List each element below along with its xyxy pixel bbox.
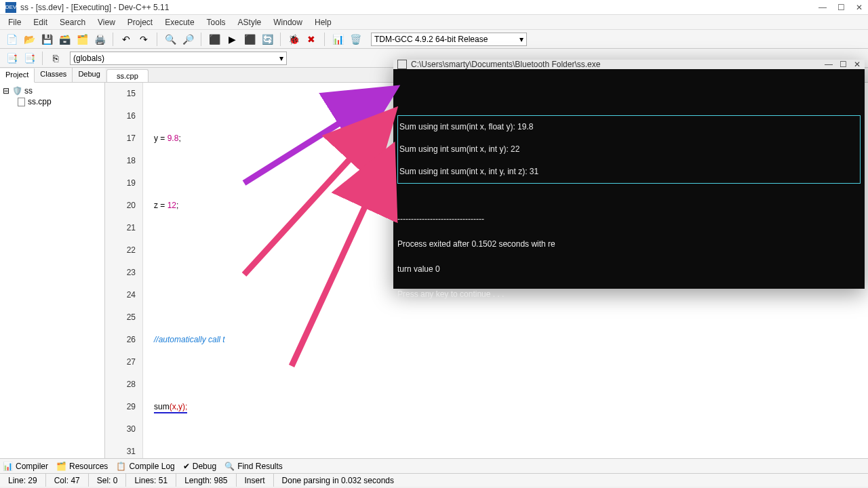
compiler-select[interactable]: TDM-GCC 4.9.2 64-bit Release ▾	[371, 33, 527, 46]
stop-icon[interactable]: ✖	[304, 32, 319, 47]
side-tabs: Project Classes Debug	[0, 68, 104, 83]
menu-file[interactable]: File	[3, 16, 26, 28]
tab-find-results[interactable]: 🔍 Find Results	[224, 462, 283, 471]
console-highlighted-output: Sum using int sum(int x, float y): 19.8 …	[397, 115, 861, 184]
code-call: sum	[154, 402, 170, 411]
line-gutter: 1516171819202122232425262728293031	[105, 83, 143, 458]
menu-view[interactable]: View	[92, 16, 121, 28]
toggle-bookmark-icon[interactable]: 📑	[22, 51, 37, 66]
tab-project[interactable]: Project	[0, 68, 35, 83]
code-number: 9.8	[167, 134, 179, 143]
main-titlebar: DEV ss - [ss.dev] - [Executing] - Dev-C+…	[0, 0, 868, 15]
tree-file-item[interactable]: ss.cpp	[3, 96, 102, 107]
status-length: Length: 985	[176, 474, 236, 487]
code-args: (x,y);	[170, 402, 188, 411]
console-app-icon	[397, 60, 407, 69]
side-panel: Project Classes Debug ⊟ 🛡️ ss ss.cpp	[0, 68, 105, 458]
tree-collapse-icon[interactable]: ⊟	[3, 86, 9, 96]
delete-profile-icon[interactable]: 🗑️	[348, 32, 363, 47]
separator	[157, 33, 157, 46]
code-punct: ;	[176, 201, 178, 210]
debug-icon[interactable]: 🐞	[286, 32, 301, 47]
menu-edit[interactable]: Edit	[28, 16, 53, 28]
tree-file-label: ss.cpp	[28, 97, 52, 106]
status-line: Line: 29	[0, 474, 46, 487]
menubar: File Edit Search View Project Execute To…	[0, 15, 868, 30]
print-icon[interactable]: 🖨️	[92, 32, 107, 47]
status-lines: Lines: 51	[126, 474, 176, 487]
replace-icon[interactable]: 🔎	[180, 32, 195, 47]
console-window[interactable]: C:\Users\smarty\Documents\Bluetooth Fold…	[393, 60, 865, 289]
file-icon	[18, 98, 25, 106]
menu-window[interactable]: Window	[268, 16, 308, 28]
code-punct: ;	[178, 134, 180, 143]
console-maximize-icon[interactable]: ☐	[840, 60, 847, 69]
status-insert: Insert	[237, 474, 274, 487]
maximize-icon[interactable]: ☐	[837, 3, 845, 12]
editor-tab-active[interactable]: ss.cpp	[106, 69, 149, 82]
minimize-icon[interactable]: —	[818, 3, 827, 12]
tab-compile-log[interactable]: 📋 Compile Log	[116, 462, 174, 471]
app-icon: DEV	[5, 2, 16, 13]
console-title-text: C:\Users\smarty\Documents\Bluetooth Fold…	[411, 60, 825, 69]
separator	[201, 33, 201, 46]
compiler-select-label: TDM-GCC 4.9.2 64-bit Release	[374, 35, 488, 44]
new-file-icon[interactable]: 📄	[4, 32, 19, 47]
find-icon[interactable]: 🔍	[163, 32, 178, 47]
tab-debug[interactable]: Debug	[73, 68, 106, 82]
menu-astyle[interactable]: AStyle	[233, 16, 267, 28]
chevron-down-icon: ▾	[279, 54, 283, 63]
menu-tools[interactable]: Tools	[201, 16, 231, 28]
window-title: ss - [ss.dev] - [Executing] - Dev-C++ 5.…	[20, 3, 818, 12]
console-titlebar[interactable]: C:\Users\smarty\Documents\Bluetooth Fold…	[393, 60, 865, 69]
status-message: Done parsing in 0.032 seconds	[274, 474, 868, 487]
code-number: 12	[167, 201, 176, 210]
console-minimize-icon[interactable]: —	[825, 60, 833, 69]
project-icon: 🛡️	[12, 86, 22, 96]
tab-compiler[interactable]: 📊 Compiler	[3, 462, 48, 471]
tree-root[interactable]: ⊟ 🛡️ ss	[3, 85, 102, 96]
code-comment: //automatically call t	[154, 335, 225, 344]
menu-help[interactable]: Help	[309, 16, 337, 28]
chevron-down-icon: ▾	[519, 35, 524, 44]
separator	[280, 33, 281, 46]
run-icon[interactable]: ▶	[224, 32, 239, 47]
globals-select-label: (globals)	[73, 54, 104, 63]
close-icon[interactable]: ✕	[856, 3, 863, 12]
open-icon[interactable]: 📂	[22, 32, 37, 47]
console-window-controls: — ☐ ✕	[825, 60, 861, 69]
project-tree: ⊟ 🛡️ ss ss.cpp	[0, 83, 104, 110]
console-output[interactable]: Sum using int sum(int x, float y): 19.8 …	[393, 69, 865, 307]
tab-resources[interactable]: 🗂️ Resources	[56, 462, 108, 471]
code-text: z =	[154, 201, 167, 210]
menu-search[interactable]: Search	[54, 16, 91, 28]
separator	[42, 52, 43, 65]
tree-root-label: ss	[24, 86, 33, 96]
status-col: Col: 47	[46, 474, 89, 487]
compile-run-icon[interactable]: ⬛	[242, 32, 257, 47]
menu-project[interactable]: Project	[122, 16, 158, 28]
goto-line-icon[interactable]: ⎘	[48, 51, 63, 66]
save-icon[interactable]: 💾	[39, 32, 54, 47]
window-controls: — ☐ ✕	[818, 3, 863, 12]
main-toolbar: 📄 📂 💾 🗃️ 🗂️ 🖨️ ↶ ↷ 🔍 🔎 ⬛ ▶ ⬛ 🔄 🐞 ✖ 📊 🗑️ …	[0, 30, 868, 49]
code-text: y =	[154, 134, 167, 143]
tab-debug-bottom[interactable]: ✔ Debug	[183, 462, 216, 471]
status-sel: Sel: 0	[89, 474, 127, 487]
profile-icon[interactable]: 📊	[330, 32, 345, 47]
statusbar: Line: 29 Col: 47 Sel: 0 Lines: 51 Length…	[0, 473, 868, 487]
separator	[324, 33, 325, 46]
rebuild-icon[interactable]: 🔄	[260, 32, 275, 47]
menu-execute[interactable]: Execute	[159, 16, 199, 28]
redo-icon[interactable]: ↷	[136, 32, 151, 47]
globals-select[interactable]: (globals) ▾	[70, 52, 287, 65]
undo-icon[interactable]: ↶	[119, 32, 134, 47]
separator	[113, 33, 113, 46]
close-file-icon[interactable]: 🗂️	[75, 32, 90, 47]
goto-bookmark-icon[interactable]: 📑	[4, 51, 19, 66]
bottom-panel-tabs: 📊 Compiler 🗂️ Resources 📋 Compile Log ✔ …	[0, 458, 868, 473]
console-close-icon[interactable]: ✕	[854, 60, 861, 69]
save-all-icon[interactable]: 🗃️	[57, 32, 72, 47]
tab-classes[interactable]: Classes	[35, 68, 73, 82]
compile-icon[interactable]: ⬛	[207, 32, 222, 47]
